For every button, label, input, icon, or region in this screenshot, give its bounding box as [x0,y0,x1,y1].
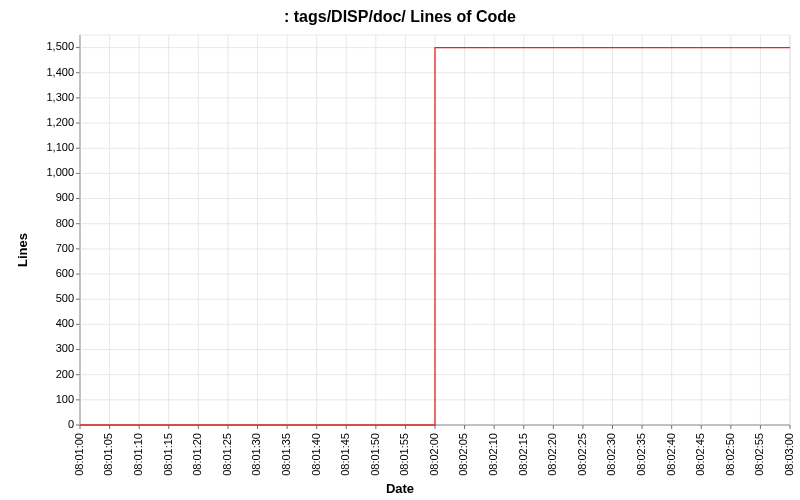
x-tick-label: 08:02:35 [635,433,647,476]
x-tick-label: 08:01:30 [250,433,262,476]
y-tick-label: 1,100 [46,141,74,153]
x-tick-label: 08:02:00 [428,433,440,476]
y-tick-label: 500 [56,292,74,304]
data-series-line [80,48,790,425]
chart-container: : tags/DISP/doc/ Lines of Code Lines Dat… [0,0,800,500]
y-tick-label: 600 [56,267,74,279]
y-tick-label: 700 [56,242,74,254]
y-tick-label: 0 [68,418,74,430]
y-tick-label: 900 [56,191,74,203]
x-tick-label: 08:02:10 [487,433,499,476]
y-tick-label: 1,400 [46,66,74,78]
x-tick-label: 08:01:05 [102,433,114,476]
x-tick-label: 08:03:00 [783,433,795,476]
x-tick-label: 08:02:25 [576,433,588,476]
y-tick-label: 200 [56,368,74,380]
y-tick-label: 300 [56,342,74,354]
x-tick-label: 08:02:15 [517,433,529,476]
y-tick-label: 1,300 [46,91,74,103]
chart-plot: 01002003004005006007008009001,0001,1001,… [0,0,800,500]
y-tick-label: 100 [56,393,74,405]
x-tick-label: 08:01:00 [73,433,85,476]
x-tick-label: 08:02:30 [605,433,617,476]
x-tick-label: 08:01:35 [280,433,292,476]
x-tick-label: 08:01:20 [191,433,203,476]
x-tick-label: 08:01:50 [369,433,381,476]
x-tick-label: 08:02:45 [694,433,706,476]
y-tick-label: 1,000 [46,166,74,178]
x-tick-label: 08:02:55 [753,433,765,476]
y-tick-label: 1,200 [46,116,74,128]
x-tick-label: 08:02:50 [724,433,736,476]
y-tick-label: 800 [56,217,74,229]
x-tick-label: 08:01:25 [221,433,233,476]
x-tick-label: 08:01:15 [162,433,174,476]
x-tick-label: 08:02:20 [546,433,558,476]
x-tick-label: 08:02:05 [457,433,469,476]
y-tick-label: 1,500 [46,40,74,52]
x-tick-label: 08:01:10 [132,433,144,476]
x-tick-label: 08:02:40 [665,433,677,476]
x-tick-label: 08:01:40 [310,433,322,476]
y-tick-label: 400 [56,317,74,329]
x-tick-label: 08:01:45 [339,433,351,476]
x-tick-label: 08:01:55 [398,433,410,476]
